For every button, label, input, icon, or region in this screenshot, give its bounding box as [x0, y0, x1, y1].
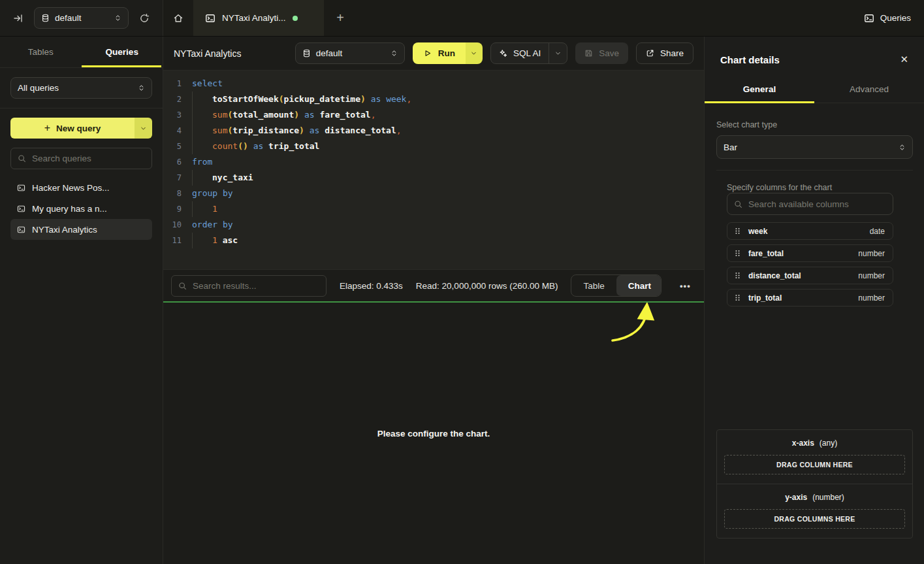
search-icon	[178, 282, 187, 290]
column-type: number	[858, 249, 885, 258]
y-axis-drop-zone[interactable]: DRAG COLUMNS HERE	[724, 509, 905, 529]
home-button[interactable]	[163, 0, 193, 36]
sql-ai-dropdown[interactable]	[549, 43, 567, 63]
line-number: 1	[163, 76, 182, 91]
run-button[interactable]: Run	[413, 42, 483, 64]
database-icon	[302, 49, 311, 58]
columns-search-input[interactable]	[748, 199, 886, 209]
collapse-sidebar-button[interactable]	[9, 9, 27, 27]
sql-ai-main[interactable]: SQL AI	[491, 48, 549, 58]
collapse-arrow-icon	[13, 13, 24, 24]
editor-tab-strip: NYTaxi Analyti... + Queries	[163, 0, 924, 36]
query-filter-value: All queries	[18, 83, 133, 93]
saved-query-item[interactable]: NYTaxi Analytics	[10, 219, 152, 240]
sidebar-divider	[0, 108, 163, 108]
line-number: 4	[163, 123, 182, 139]
indent-guide	[192, 201, 212, 217]
header-database-selector[interactable]: default	[295, 42, 405, 64]
play-icon	[423, 49, 432, 58]
sidebar-tab-queries[interactable]: Queries	[82, 37, 163, 67]
queries-panel-button[interactable]: Queries	[851, 0, 924, 36]
updown-chevron-icon	[899, 144, 906, 151]
topbar-spacer	[357, 0, 851, 36]
panel-tab-general[interactable]: General	[705, 78, 814, 103]
drag-handle-icon	[734, 227, 741, 235]
share-label: Share	[660, 48, 684, 58]
chart-type-value: Bar	[724, 142, 893, 152]
sidebar-tab-tables[interactable]: Tables	[0, 37, 82, 67]
more-options-button[interactable]: •••	[675, 281, 696, 291]
line-number: 8	[163, 186, 182, 201]
query-terminal-icon	[17, 184, 25, 192]
code-content: sum(trip_distance) as distance_total,	[192, 123, 402, 139]
close-panel-button[interactable]: ✕	[900, 54, 908, 65]
save-button[interactable]: Save	[575, 42, 628, 64]
database-icon	[41, 14, 50, 22]
query-search	[10, 148, 152, 169]
share-button[interactable]: Share	[636, 42, 693, 64]
code-line: 3sum(total_amount) as fare_total,	[163, 107, 704, 123]
column-name: week	[748, 227, 863, 236]
column-type: number	[858, 271, 885, 280]
sidebar-body: All queries + New query	[0, 68, 163, 240]
sql-ai-button[interactable]: SQL AI	[490, 42, 567, 64]
new-query-button[interactable]: + New query	[10, 118, 152, 139]
header-database-value: default	[316, 48, 385, 58]
new-tab-button[interactable]: +	[324, 0, 357, 36]
y-axis-label: y-axis (number)	[724, 493, 905, 502]
run-main[interactable]: Run	[413, 42, 466, 64]
new-query-dropdown[interactable]	[135, 118, 152, 139]
query-search-input[interactable]	[32, 154, 145, 163]
topbar-left-section: default	[0, 0, 163, 36]
home-icon	[173, 13, 183, 24]
x-axis-drop-zone[interactable]: DRAG COLUMN HERE	[724, 455, 905, 474]
indent-guide	[192, 139, 212, 154]
new-query-label: New query	[56, 124, 101, 133]
query-filter-select[interactable]: All queries	[10, 77, 152, 99]
x-axis-label: x-axis (any)	[724, 439, 905, 448]
updown-chevron-icon	[390, 50, 398, 57]
column-row-distance_total[interactable]: distance_total number	[727, 267, 893, 284]
queries-icon	[864, 13, 874, 24]
column-row-week[interactable]: week date	[727, 222, 893, 240]
main-column: NYTaxi Analytics default Run	[163, 37, 704, 564]
query-title: NYTaxi Analytics	[174, 48, 287, 59]
saved-query-item[interactable]: Hacker News Pos...	[10, 177, 152, 198]
results-toolbar: Elapsed: 0.433s Read: 20,000,000 rows (2…	[163, 269, 704, 303]
code-content: nyc_taxi	[192, 170, 253, 186]
save-floppy-icon	[584, 49, 593, 58]
run-label: Run	[438, 48, 455, 58]
share-external-icon	[646, 49, 654, 58]
panel-body: Select chart type Bar Specify columns fo…	[705, 103, 924, 564]
column-row-trip_total[interactable]: trip_total number	[727, 289, 893, 307]
topbar-database-selector[interactable]: default	[34, 7, 129, 29]
line-number: 2	[163, 91, 182, 107]
line-number: 6	[163, 154, 182, 170]
saved-query-list: Hacker News Pos... My query has a n... N…	[10, 177, 152, 240]
search-icon	[734, 200, 742, 208]
x-axis-section: x-axis (any) DRAG COLUMN HERE	[717, 430, 912, 484]
panel-divider	[716, 170, 913, 171]
saved-query-item[interactable]: My query has a n...	[10, 198, 152, 219]
code-content: sum(total_amount) as fare_total,	[192, 107, 375, 123]
results-view-tab-table[interactable]: Table	[571, 275, 616, 296]
panel-tab-advanced[interactable]: Advanced	[814, 78, 924, 103]
drag-handle-icon	[734, 250, 741, 257]
query-tab-nytaxi-analytics[interactable]: NYTaxi Analyti...	[193, 0, 324, 36]
column-row-fare_total[interactable]: fare_total number	[727, 244, 893, 262]
sql-ai-label: SQL AI	[513, 48, 541, 58]
new-query-main[interactable]: + New query	[10, 118, 135, 139]
code-line: 10order by	[163, 217, 704, 233]
query-terminal-icon	[205, 13, 215, 24]
chart-type-select[interactable]: Bar	[716, 135, 913, 159]
refresh-button[interactable]	[135, 9, 153, 27]
y-axis-name: y-axis	[785, 493, 807, 502]
run-options-dropdown[interactable]	[466, 42, 483, 64]
search-icon	[18, 154, 26, 163]
sql-editor[interactable]: 1select2toStartOfWeek(pickup_datetime) a…	[163, 71, 704, 269]
results-search-input[interactable]	[193, 281, 319, 291]
body-row: TablesQueries All queries + New query	[0, 37, 924, 564]
results-view-tab-chart[interactable]: Chart	[616, 275, 661, 296]
topbar-database-value: default	[55, 13, 109, 23]
saved-query-label: Hacker News Pos...	[32, 183, 110, 193]
